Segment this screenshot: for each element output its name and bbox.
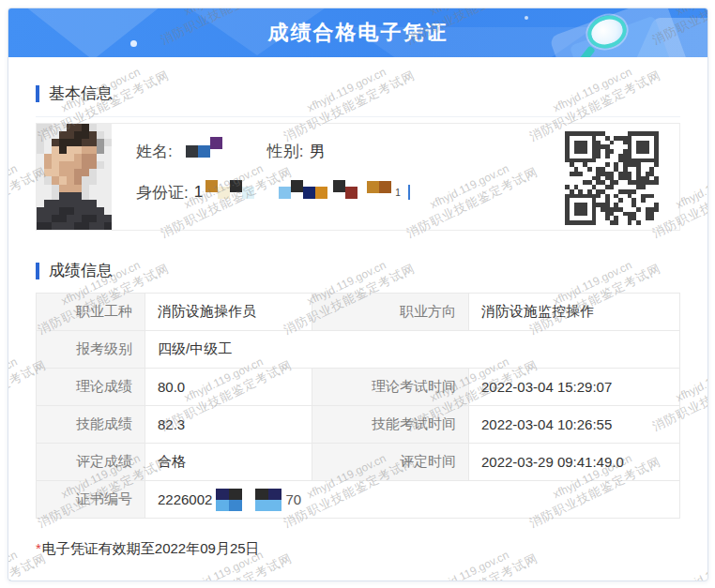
validity-note: *电子凭证有效期至2022年09月25日 [36, 540, 680, 558]
table-row: 职业工种 消防设施操作员 职业方向 消防设施监控操作 [37, 294, 680, 331]
assessment-value: 合格 [145, 444, 312, 481]
direction-value: 消防设施监控操作 [469, 294, 680, 331]
score-info-title: 成绩信息 [49, 260, 113, 281]
id-visible-digit: 1 [194, 183, 203, 202]
direction-label: 职业方向 [312, 294, 469, 331]
cert-number-value: 2226002 70 [145, 481, 680, 519]
occupation-label: 职业工种 [37, 294, 145, 331]
skill-time-label: 技能考试时间 [312, 406, 469, 444]
occupation-value: 消防设施操作员 [145, 294, 312, 331]
table-row: 技能成绩 82.3 技能考试时间 2022-03-04 10:26:55 [37, 406, 680, 444]
skill-score-label: 技能成绩 [37, 406, 145, 444]
assessment-label: 评定成绩 [37, 444, 145, 481]
required-asterisk: * [36, 540, 41, 556]
redacted-name-blocks [186, 145, 222, 158]
basic-fields: 姓名: 性别: 男 身份证: 1 [112, 124, 410, 230]
section-divider [36, 116, 680, 117]
assessment-time-value: 2022-03-29 09:41:49.0 [469, 444, 680, 481]
level-label: 报考级别 [37, 331, 145, 369]
level-value: 四级/中级工 [145, 331, 680, 369]
qr-code [565, 131, 659, 225]
gender-value: 男 [309, 141, 325, 162]
gender-label: 性别: [267, 141, 304, 162]
table-row: 理论成绩 80.0 理论考试时间 2022-03-04 15:29:07 [37, 369, 680, 406]
name-label: 姓名: [136, 141, 173, 162]
redacted-id-blocks [205, 187, 254, 199]
redacted-id-blocks [367, 187, 391, 199]
table-row: 评定成绩 合格 评定时间 2022-03-29 09:41:49.0 [37, 444, 680, 481]
basic-info-panel: 姓名: 性别: 男 身份证: 1 [36, 123, 680, 231]
score-table: 职业工种 消防设施操作员 职业方向 消防设施监控操作 报考级别 四级/中级工 理… [36, 293, 680, 519]
theory-score-value: 80.0 [145, 369, 312, 406]
cert-number-prefix: 2226002 [158, 491, 212, 507]
section-accent-bar [36, 85, 39, 102]
redacted-cert-blocks [216, 489, 281, 511]
certificate-card: 成绩合格电子凭证 基本信息 姓名: 性别: 男 [8, 8, 708, 581]
page-header: 成绩合格电子凭证 [8, 8, 707, 57]
validity-text: 电子凭证有效期至2022年09月25日 [42, 540, 260, 556]
theory-time-value: 2022-03-04 15:29:07 [469, 369, 680, 406]
section-accent-bar [36, 263, 39, 279]
cert-number-label: 证书编号 [37, 481, 145, 519]
id-label: 身份证: [136, 182, 189, 204]
skill-time-value: 2022-03-04 10:26:55 [469, 406, 680, 444]
applicant-photo [37, 124, 112, 230]
theory-score-label: 理论成绩 [37, 369, 145, 406]
table-row: 证书编号 2226002 70 [37, 481, 680, 519]
page-title: 成绩合格电子凭证 [8, 8, 707, 57]
table-row: 报考级别 四级/中级工 [37, 331, 680, 369]
skill-score-value: 82.3 [145, 406, 312, 444]
basic-info-title: 基本信息 [49, 83, 113, 104]
id-visible-tail: 1 [395, 188, 401, 198]
assessment-time-label: 评定时间 [312, 444, 469, 481]
cert-number-suffix: 70 [285, 491, 301, 507]
theory-time-label: 理论考试时间 [312, 369, 469, 406]
redacted-id-blocks [279, 187, 358, 199]
score-section-header: 成绩信息 [36, 231, 680, 281]
basic-info-section-header: 基本信息 [36, 57, 680, 104]
text-cursor [408, 185, 410, 200]
